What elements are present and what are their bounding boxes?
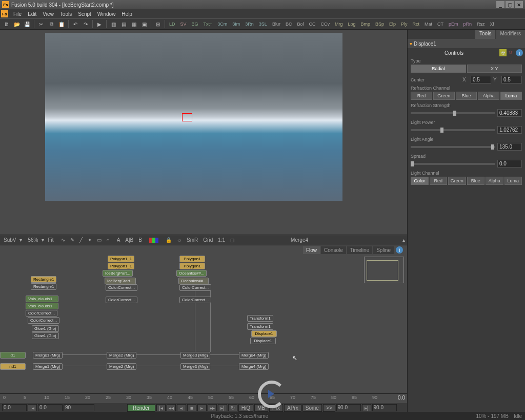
bins-icon[interactable]: ⊞ [153, 19, 163, 29]
tab-flow[interactable]: Flow [303, 246, 320, 254]
flow-node[interactable]: Merge2 (Mrg) [107, 352, 136, 359]
view-menu-icon[interactable]: ▴ [402, 237, 405, 243]
next-button[interactable]: >> [323, 404, 335, 412]
light-angle-field[interactable]: 135.0 [497, 143, 522, 151]
menu-edit[interactable]: Edit [25, 11, 39, 17]
tool-bc[interactable]: BC [284, 22, 294, 27]
tool-bg[interactable]: BG [190, 22, 200, 27]
flow-node[interactable]: Polygon1_1 [108, 256, 134, 262]
tool-rsz[interactable]: Rsz [475, 22, 487, 27]
next-key-icon[interactable]: ▸| [362, 404, 371, 411]
render-preview[interactable] [45, 33, 342, 201]
time-ruler[interactable]: 0510152025303540455055606570758085900.0 [0, 394, 407, 403]
hiq-button[interactable]: HiQ [238, 404, 253, 412]
flow-node[interactable]: nd1 [0, 363, 26, 370]
flow-node[interactable]: Polygon1 [179, 256, 205, 262]
flow-node[interactable]: Merge1 (Mrg) [33, 363, 63, 370]
controls-tab[interactable]: Controls [410, 50, 498, 56]
flow-panel[interactable]: Flow Console Timeline Spline i ✋ ↖ Polyg… [0, 245, 407, 393]
tool-ct[interactable]: CT [435, 22, 446, 27]
cut-icon[interactable]: ✂ [36, 19, 46, 29]
prev-key-icon[interactable]: |◂ [28, 404, 37, 411]
ruler-end-field[interactable]: 0.0 [398, 395, 405, 401]
flow-node[interactable]: Polygon1_1 [108, 263, 134, 269]
some-button[interactable]: Some [302, 404, 322, 412]
flow-node[interactable]: Oceanlce##... [178, 278, 209, 284]
flow-node[interactable]: ColorCorrect... [26, 310, 57, 317]
info-icon[interactable]: i [396, 246, 403, 254]
flow-node[interactable]: IceBergStart... [105, 278, 136, 284]
tool-cc[interactable]: CC [307, 22, 317, 27]
spread-slider[interactable] [411, 163, 495, 165]
sun-icon[interactable]: ☼ [175, 237, 183, 243]
flow-node[interactable]: ColorCorrect... [179, 284, 211, 291]
light-angle-slider[interactable] [411, 146, 495, 148]
refchan-blue[interactable]: Blue [456, 92, 477, 100]
tool-mat[interactable]: Mat [422, 22, 434, 27]
play-fwd-icon[interactable]: ▸ [197, 404, 207, 411]
script-icon[interactable]: ▶ [95, 19, 104, 29]
refchan-red[interactable]: Red [411, 92, 432, 100]
stop-icon[interactable]: ■ [187, 404, 196, 411]
menu-tools[interactable]: Tools [57, 11, 75, 17]
tab-timeline[interactable]: Timeline [347, 246, 372, 254]
lightchan-blue[interactable]: Blue [467, 177, 485, 185]
flow-node[interactable]: ColorCorrect... [106, 284, 137, 291]
maximize-button[interactable]: ▢ [506, 1, 514, 8]
aprx-button[interactable]: APrx [284, 404, 301, 412]
flow-node[interactable]: Polygon1 [179, 263, 205, 269]
flow-node[interactable]: Rectangle1 [31, 276, 56, 283]
refraction-strength-slider[interactable] [411, 112, 495, 114]
menu-window[interactable]: Window [94, 11, 119, 17]
radiation-icon[interactable]: ☢ [499, 49, 507, 56]
collapse-icon[interactable]: ▾ [410, 41, 412, 47]
flow-node[interactable]: Vols_clouds1... [26, 296, 58, 302]
lightchan-color[interactable]: Color [411, 177, 429, 185]
center-y-field[interactable]: 0.5 [501, 76, 522, 83]
script-tab-icon[interactable]: ࿐ [508, 49, 515, 56]
flow-node[interactable]: Glow1 (Glo) [32, 325, 59, 332]
refraction-strength-field[interactable]: 0.40883 [497, 109, 522, 117]
subview-toggle[interactable]: SubV [2, 237, 17, 243]
new-icon[interactable]: 🗎 [2, 19, 11, 29]
play-back-icon[interactable]: ◂ [177, 404, 186, 411]
flow-node[interactable]: ColorCorrect... [106, 297, 137, 303]
loop-icon[interactable]: ↻ [228, 404, 237, 411]
open-icon[interactable]: 📂 [12, 19, 22, 29]
minimize-button[interactable]: _ [496, 1, 504, 8]
prx-button[interactable]: Prx [269, 404, 283, 412]
first-frame-icon[interactable]: |◂ [156, 404, 166, 411]
b-button[interactable]: B [137, 237, 144, 243]
tool-blur[interactable]: Blur [270, 22, 282, 27]
tool-3cm[interactable]: 3Cm [215, 22, 229, 27]
tab-modifiers[interactable]: Modifiers [496, 30, 525, 39]
viewer-panel[interactable] [0, 30, 407, 235]
flow-node[interactable]: IceBergPart... [103, 270, 133, 277]
tool-sv[interactable]: SV [178, 22, 189, 27]
poly-icon[interactable]: ∿ [59, 237, 67, 243]
grid-button[interactable]: Grid [201, 237, 214, 243]
tab-console[interactable]: Console [321, 246, 346, 254]
line-icon[interactable]: ╱ [78, 237, 84, 243]
tool-mrg[interactable]: Mrg [333, 22, 345, 27]
layout3-icon[interactable]: ▦ [129, 19, 138, 29]
smr-button[interactable]: SmR [185, 237, 199, 243]
rect-icon[interactable]: ▭ [95, 237, 103, 243]
ab-button[interactable]: A|B [124, 237, 135, 243]
current-frame-field[interactable]: 0.0 [38, 404, 63, 411]
circle-icon[interactable]: ○ [105, 237, 111, 243]
lightchan-alpha[interactable]: Alpha [486, 177, 503, 185]
zoom-arrow-icon[interactable]: ▾ [42, 237, 44, 243]
mb-button[interactable]: MB [254, 404, 268, 412]
layout2-icon[interactable]: ▤ [119, 19, 128, 29]
center-x-field[interactable]: 0.5 [471, 76, 491, 83]
flow-node[interactable]: Merge3 (Mrg) [180, 352, 210, 359]
flow-node[interactable]: Merge4 (Mrg) [239, 352, 269, 359]
tool-3rn[interactable]: 3Rn [243, 22, 256, 27]
lightchan-red[interactable]: Red [430, 177, 448, 185]
refchan-green[interactable]: Green [433, 92, 455, 100]
inspector-node-header[interactable]: ▾ Displace1 [408, 39, 525, 48]
flow-node[interactable]: Merge3 (Mrg) [180, 363, 210, 370]
tool-3im[interactable]: 3Im [230, 22, 242, 27]
menu-script[interactable]: Script [75, 11, 94, 17]
